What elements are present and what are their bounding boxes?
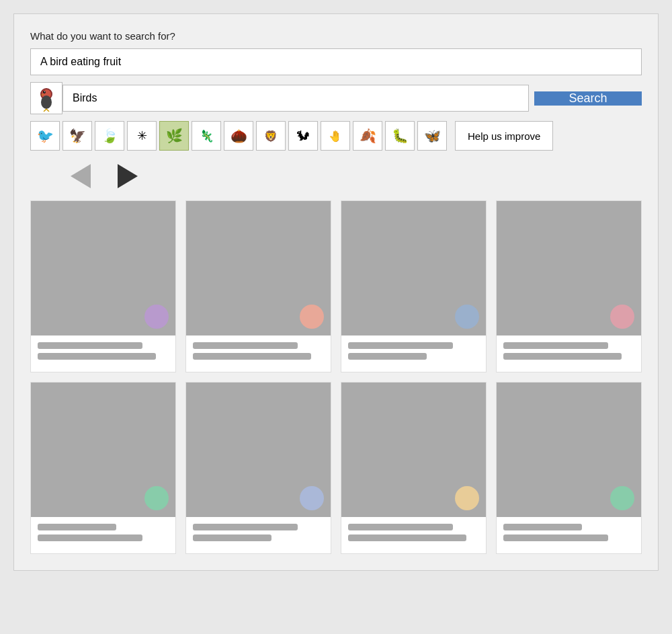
icon-btn-acorn[interactable]: 🌰 <box>224 121 253 151</box>
search-button[interactable]: Search <box>534 91 642 106</box>
card-text-6 <box>186 517 331 547</box>
image-card-1[interactable] <box>30 200 176 372</box>
card-title-2 <box>193 342 298 349</box>
icon-btn-feather[interactable]: 🍂 <box>353 121 382 151</box>
icon-btn-plant[interactable]: 🌿 <box>159 121 189 151</box>
nav-arrows <box>71 164 642 188</box>
svg-point-3 <box>43 91 46 93</box>
next-arrow-button[interactable] <box>118 164 138 188</box>
card-text-7 <box>341 517 486 547</box>
bird-image-1 <box>31 201 175 335</box>
image-card-6[interactable] <box>185 382 331 554</box>
card-title-7 <box>348 524 453 530</box>
bird-image-2 <box>186 201 331 335</box>
help-button[interactable]: Help us improve <box>455 121 553 151</box>
relevance-dot-6 <box>300 486 324 510</box>
card-subtitle-7 <box>348 534 466 541</box>
icon-btn-burst[interactable]: ✳ <box>127 121 157 151</box>
card-text-2 <box>186 335 331 365</box>
icon-and-help-row: 🐦 🦅 🍃 ✳ 🌿 🦎 🌰 🦁 🐿 🤚 🍂 🐛 🦋 Help us improv… <box>30 121 642 151</box>
icon-btn-creature[interactable]: 🦁 <box>256 121 286 151</box>
category-icon <box>30 82 62 114</box>
image-card-4[interactable] <box>496 200 642 372</box>
relevance-dot-4 <box>610 305 634 329</box>
card-title-3 <box>348 342 453 349</box>
card-text-8 <box>497 517 641 547</box>
main-search-input[interactable] <box>30 48 642 75</box>
main-container: What do you want to search for? Search <box>13 13 659 571</box>
icon-btn-dragon[interactable]: 🦎 <box>192 121 221 151</box>
card-subtitle-8 <box>503 534 608 541</box>
svg-point-4 <box>44 91 45 92</box>
icon-btn-leaf[interactable]: 🍃 <box>95 121 124 151</box>
svg-line-6 <box>44 109 46 112</box>
left-arrow-icon <box>71 164 91 188</box>
icon-btn-squirrel[interactable]: 🐿 <box>288 121 318 151</box>
relevance-dot-7 <box>455 486 479 510</box>
relevance-dot-8 <box>610 486 634 510</box>
card-subtitle-3 <box>348 353 427 360</box>
svg-point-2 <box>41 95 52 109</box>
image-grid <box>30 200 642 554</box>
card-subtitle-5 <box>38 534 142 541</box>
icon-btn-bug[interactable]: 🐛 <box>385 121 415 151</box>
search-bar-row <box>30 48 642 75</box>
right-arrow-icon <box>118 164 138 188</box>
controls-row: Search <box>30 82 642 114</box>
robin-icon <box>33 85 60 112</box>
card-title-1 <box>38 342 142 349</box>
icon-btn-wing[interactable]: 🦋 <box>417 121 447 151</box>
card-text-4 <box>497 335 641 365</box>
relevance-dot-3 <box>455 305 479 329</box>
card-text-1 <box>31 335 175 365</box>
prev-arrow-button[interactable] <box>71 164 91 188</box>
search-label: What do you want to search for? <box>30 30 642 42</box>
bird-image-4 <box>497 201 641 335</box>
bird-image-8 <box>497 383 641 517</box>
image-card-5[interactable] <box>30 382 176 554</box>
image-card-8[interactable] <box>496 382 642 554</box>
card-text-3 <box>341 335 486 365</box>
icon-btn-bird[interactable]: 🐦 <box>30 121 60 151</box>
card-subtitle-6 <box>193 534 271 541</box>
image-card-2[interactable] <box>185 200 331 372</box>
right-buttons-area: Search <box>529 91 642 106</box>
svg-line-7 <box>46 109 49 112</box>
bird-image-3 <box>341 201 486 335</box>
relevance-dot-2 <box>300 305 324 329</box>
category-input[interactable] <box>62 85 529 112</box>
card-subtitle-2 <box>193 353 311 360</box>
card-title-8 <box>503 524 582 530</box>
icon-row: 🐦 🦅 🍃 ✳ 🌿 🦎 🌰 🦁 🐿 🤚 🍂 🐛 🦋 <box>30 121 447 151</box>
image-card-7[interactable] <box>341 382 487 554</box>
bird-image-6 <box>186 383 331 517</box>
relevance-dot-5 <box>144 486 169 510</box>
card-title-5 <box>38 524 116 530</box>
card-subtitle-1 <box>38 353 156 360</box>
card-title-4 <box>503 342 608 349</box>
icon-btn-flying[interactable]: 🦅 <box>62 121 92 151</box>
bird-image-7 <box>341 383 486 517</box>
bird-image-5 <box>31 383 175 517</box>
card-subtitle-4 <box>503 353 622 360</box>
icon-btn-hand[interactable]: 🤚 <box>321 121 350 151</box>
card-text-5 <box>31 517 175 547</box>
card-title-6 <box>193 524 298 530</box>
relevance-dot-1 <box>144 305 169 329</box>
image-card-3[interactable] <box>341 200 487 372</box>
